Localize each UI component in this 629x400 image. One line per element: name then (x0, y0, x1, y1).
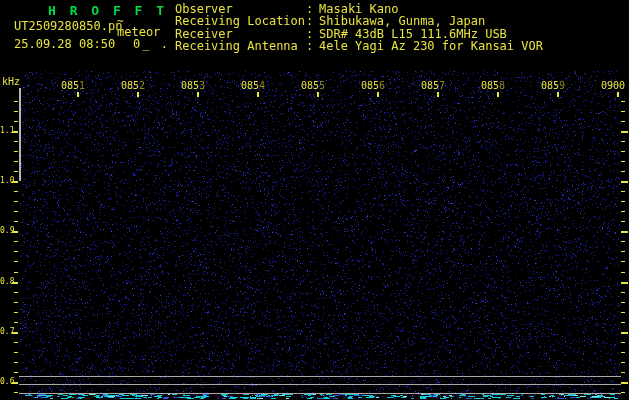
freq-minor-tick-left (14, 392, 18, 393)
freq-minor-tick-right (621, 221, 625, 222)
freq-minor-tick-right (621, 342, 625, 343)
freq-minor-tick-left (14, 121, 18, 122)
freq-minor-tick-left (14, 292, 18, 293)
freq-minor-tick-right (621, 352, 625, 353)
spectrogram-noise-canvas (0, 0, 629, 400)
freq-minor-tick-left (14, 261, 18, 262)
time-label-bright-part: 085 (481, 80, 499, 91)
freq-minor-tick-right (621, 292, 625, 293)
freq-minor-tick-left (14, 211, 18, 212)
time-label-dim-digit: 5 (319, 80, 325, 91)
freq-minor-tick-left (14, 272, 18, 273)
info-row: Receiving Location:Shibukawa, Gunma, Jap… (175, 15, 543, 27)
freq-minor-tick-left (14, 372, 18, 373)
freq-major-tick-right (621, 131, 628, 133)
carrier-line (19, 393, 621, 394)
time-label-bright-part: 085 (241, 80, 259, 91)
time-sub-tick (317, 92, 319, 97)
freq-major-tick-right (621, 181, 628, 183)
freq-minor-tick-right (621, 171, 625, 172)
freq-major-tick-right (621, 231, 628, 233)
time-label-bright-part: 085 (61, 80, 79, 91)
freq-minor-tick-right (621, 372, 625, 373)
freq-minor-tick-right (621, 392, 625, 393)
time-tick-label: 0852 (120, 80, 146, 91)
freq-minor-tick-left (14, 111, 18, 112)
time-tick-label: 0854 (240, 80, 266, 91)
freq-minor-tick-left (14, 171, 18, 172)
freq-minor-tick-left (14, 352, 18, 353)
time-label-dim-digit: 4 (259, 80, 265, 91)
time-label-bright-part: 085 (121, 80, 139, 91)
info-separator: : (306, 15, 319, 27)
start-artifact-line (19, 88, 21, 181)
freq-axis-unit-label: kHz (2, 76, 20, 87)
freq-minor-tick-right (621, 151, 625, 152)
time-sub-tick (617, 92, 619, 97)
time-label-dim-digit: 9 (559, 80, 565, 91)
freq-tick-label: 0.6 (0, 377, 14, 386)
time-label-dim-digit: 1 (79, 80, 85, 91)
time-tick-label: 0858 (480, 80, 506, 91)
freq-minor-tick-right (621, 101, 625, 102)
info-separator: : (306, 40, 319, 52)
freq-minor-tick-right (621, 241, 625, 242)
freq-minor-tick-left (14, 342, 18, 343)
freq-tick-label: 0.7 (0, 327, 14, 336)
freq-minor-tick-left (14, 161, 18, 162)
freq-minor-tick-left (14, 241, 18, 242)
freq-minor-tick-left (14, 251, 18, 252)
freq-minor-tick-right (621, 362, 625, 363)
time-sub-tick (197, 92, 199, 97)
time-tick-label: 0859 (540, 80, 566, 91)
freq-minor-tick-right (621, 111, 625, 112)
time-sub-tick (77, 92, 79, 97)
freq-minor-tick-right (621, 121, 625, 122)
time-label-bright-part: 085 (421, 80, 439, 91)
freq-major-tick-right (621, 382, 628, 384)
freq-minor-tick-left (14, 201, 18, 202)
time-sub-tick (257, 92, 259, 97)
freq-minor-tick-right (621, 312, 625, 313)
freq-minor-tick-right (621, 141, 625, 142)
freq-minor-tick-right (621, 272, 625, 273)
freq-minor-tick-right (621, 191, 625, 192)
info-row: Receiving Antenna:4ele Yagi Az 230 for K… (175, 40, 543, 52)
freq-minor-tick-left (14, 141, 18, 142)
freq-minor-tick-right (621, 161, 625, 162)
freq-minor-tick-left (14, 362, 18, 363)
time-tick-label: 0900 (600, 80, 626, 91)
freq-tick-label: 0.8 (0, 277, 14, 286)
freq-major-tick-right (621, 332, 628, 334)
info-label: Receiving Location (175, 15, 306, 27)
freq-minor-tick-left (14, 101, 18, 102)
time-label-dim-digit: 8 (499, 80, 505, 91)
time-label-dim-digit: 6 (379, 80, 385, 91)
carrier-line (19, 384, 621, 385)
freq-minor-tick-right (621, 322, 625, 323)
time-tick-label: 0855 (300, 80, 326, 91)
info-label: Receiving Antenna (175, 40, 306, 52)
time-tick-label: 0857 (420, 80, 446, 91)
count-indicator: 0_ . (133, 37, 170, 51)
time-label-dim-digit: 7 (439, 80, 445, 91)
carrier-line (19, 376, 621, 377)
capture-filename: UT2509280850.pn (14, 19, 122, 33)
capture-datetime: 25.09.28 08:50 (14, 37, 115, 51)
freq-tick-label: 0.9 (0, 226, 14, 235)
freq-minor-tick-left (14, 322, 18, 323)
time-tick-label: 0853 (180, 80, 206, 91)
freq-minor-tick-right (621, 251, 625, 252)
freq-minor-tick-left (14, 151, 18, 152)
freq-minor-tick-right (621, 302, 625, 303)
time-sub-tick (497, 92, 499, 97)
app-title: H R O F F T (48, 3, 167, 18)
time-sub-tick (437, 92, 439, 97)
time-label-bright-part: 085 (181, 80, 199, 91)
freq-tick-label: 1.1 (0, 126, 14, 135)
hrofft-screen: H R O F F T UT2509280850.pn ~ meteor 25.… (0, 0, 629, 400)
time-sub-tick (557, 92, 559, 97)
time-tick-label: 0856 (360, 80, 386, 91)
freq-minor-tick-left (14, 302, 18, 303)
time-label-bright-part: 085 (361, 80, 379, 91)
